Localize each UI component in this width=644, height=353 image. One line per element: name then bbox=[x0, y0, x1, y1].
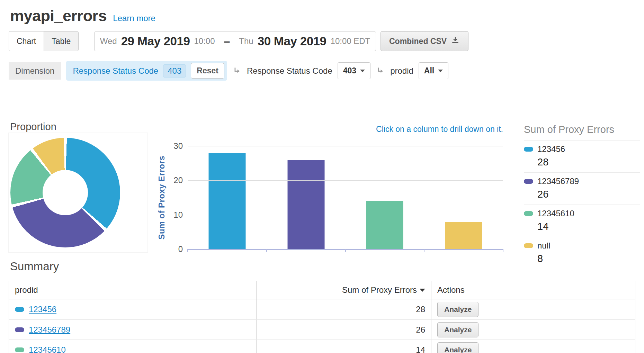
bar-slot bbox=[346, 146, 424, 249]
x-tick bbox=[187, 249, 188, 252]
toolbar: Chart Table Wed 29 May 2019 10:00 – Thu … bbox=[0, 31, 644, 52]
filters-bar: Dimension Response Status Code 403 Reset… bbox=[0, 61, 644, 87]
header: myapi_errors Learn more bbox=[0, 0, 644, 25]
row-value: 26 bbox=[257, 320, 431, 340]
column-header-prodid[interactable]: prodid bbox=[9, 281, 257, 299]
legend-entry: 12345628 bbox=[524, 140, 640, 172]
row-value: 28 bbox=[257, 299, 431, 319]
date-range-picker[interactable]: Wed 29 May 2019 10:00 – Thu 30 May 2019 … bbox=[94, 31, 376, 51]
table-view-button[interactable]: Table bbox=[44, 31, 79, 51]
proportion-title: Proportion bbox=[10, 121, 56, 133]
legend-label: 123456789 bbox=[537, 176, 579, 186]
end-time: 10:00 EDT bbox=[331, 36, 370, 46]
y-tick-label: 10 bbox=[173, 210, 183, 220]
legend-title: Sum of Proxy Errors bbox=[524, 124, 640, 140]
legend-entries: 12345628123456789261234561014null8 bbox=[524, 140, 640, 269]
legend-swatch bbox=[524, 179, 533, 184]
legend-swatch bbox=[524, 147, 533, 152]
bar-null[interactable] bbox=[445, 222, 482, 249]
analyze-button[interactable]: Analyze bbox=[437, 322, 478, 337]
reset-button[interactable]: Reset bbox=[191, 63, 224, 79]
summary-table: prodid Sum of Proxy Errors Actions 12345… bbox=[9, 281, 635, 353]
drilldown-1-label: Response Status Code bbox=[247, 66, 332, 76]
active-filter-chip: Response Status Code 403 Reset bbox=[66, 61, 227, 81]
bar-plot bbox=[188, 146, 503, 249]
chart-legend: Sum of Proxy Errors 12345628123456789261… bbox=[524, 124, 640, 269]
drilldown-2-dropdown[interactable]: All bbox=[419, 62, 448, 79]
table-row: 12345628Analyze bbox=[9, 299, 635, 319]
legend-entry: null8 bbox=[524, 237, 640, 269]
page: myapi_errors Learn more Chart Table Wed … bbox=[0, 0, 644, 353]
drilldown-2-label: prodid bbox=[390, 66, 413, 76]
legend-entry: 12345678926 bbox=[524, 172, 640, 205]
drilldown-arrow-icon bbox=[232, 66, 242, 75]
x-tick bbox=[345, 249, 346, 252]
combined-csv-button[interactable]: Combined CSV bbox=[381, 31, 468, 51]
legend-swatch bbox=[524, 243, 533, 248]
start-day: Wed bbox=[100, 36, 117, 46]
legend-value: 26 bbox=[537, 189, 640, 200]
analyze-button[interactable]: Analyze bbox=[437, 342, 478, 353]
legend-label: 123456 bbox=[537, 144, 565, 154]
page-title: myapi_errors bbox=[10, 7, 107, 25]
date-range-separator: – bbox=[224, 35, 230, 48]
legend-label: null bbox=[537, 241, 550, 251]
prodid-link[interactable]: 12345610 bbox=[29, 345, 66, 353]
start-date: 29 May 2019 bbox=[121, 34, 190, 48]
drilldown-2-value: All bbox=[424, 66, 434, 75]
legend-value: 8 bbox=[537, 253, 640, 264]
bar-slot bbox=[424, 146, 503, 249]
drilldown-1-value: 403 bbox=[343, 66, 356, 75]
bar-123456[interactable] bbox=[208, 153, 245, 249]
drilldown-arrow-icon bbox=[376, 66, 385, 75]
prodid-link[interactable]: 123456 bbox=[29, 305, 56, 314]
legend-value: 28 bbox=[537, 156, 640, 168]
column-header-sum[interactable]: Sum of Proxy Errors bbox=[257, 281, 431, 299]
table-row: 1234561014Analyze bbox=[9, 340, 635, 353]
bar-track bbox=[188, 146, 503, 249]
download-icon bbox=[451, 36, 460, 47]
end-day: Thu bbox=[239, 36, 253, 46]
gridline bbox=[188, 180, 503, 181]
gridline bbox=[188, 215, 503, 215]
legend-entry: 1234561014 bbox=[524, 205, 640, 237]
x-tick bbox=[424, 249, 424, 252]
drilldown-hint: Click on a column to drill down on it. bbox=[376, 125, 503, 134]
sort-desc-icon bbox=[420, 289, 425, 292]
gridline bbox=[188, 146, 503, 146]
chevron-down-icon bbox=[438, 70, 443, 72]
bar-12345610[interactable] bbox=[366, 201, 403, 249]
analyze-button[interactable]: Analyze bbox=[437, 302, 478, 317]
end-date: 30 May 2019 bbox=[258, 34, 327, 48]
table-row: 12345678926Analyze bbox=[9, 319, 635, 340]
y-tick-label: 0 bbox=[178, 244, 183, 254]
y-tick-label: 20 bbox=[173, 175, 183, 185]
legend-label: 12345610 bbox=[537, 209, 574, 218]
legend-swatch bbox=[524, 211, 533, 216]
y-axis-ticks: 0102030 bbox=[0, 146, 183, 249]
active-filter-value: 403 bbox=[163, 64, 186, 78]
row-swatch bbox=[15, 347, 24, 352]
column-header-actions: Actions bbox=[431, 281, 635, 299]
x-tick bbox=[266, 249, 267, 252]
chart-view-button[interactable]: Chart bbox=[9, 31, 44, 51]
view-toggle: Chart Table bbox=[9, 31, 79, 51]
dimension-label: Dimension bbox=[9, 62, 61, 80]
prodid-link[interactable]: 123456789 bbox=[29, 325, 70, 335]
row-swatch bbox=[15, 327, 24, 332]
summary-table-header: prodid Sum of Proxy Errors Actions bbox=[9, 281, 635, 299]
summary-table-body: 12345628Analyze12345678926Analyze1234561… bbox=[9, 299, 635, 353]
chevron-down-icon bbox=[360, 70, 365, 72]
bar-slot bbox=[188, 146, 267, 249]
learn-more-link[interactable]: Learn more bbox=[113, 13, 155, 23]
legend-value: 14 bbox=[537, 221, 640, 232]
y-tick-label: 30 bbox=[173, 141, 183, 151]
drilldown-1-dropdown[interactable]: 403 bbox=[338, 62, 370, 79]
x-tick bbox=[503, 249, 503, 252]
bar-123456789[interactable] bbox=[287, 160, 324, 249]
charts-section: Proportion Click on a column to drill do… bbox=[0, 121, 644, 258]
row-value: 14 bbox=[257, 340, 431, 353]
row-swatch bbox=[15, 307, 24, 312]
start-time: 10:00 bbox=[194, 36, 215, 46]
active-filter-name: Response Status Code bbox=[73, 66, 158, 76]
